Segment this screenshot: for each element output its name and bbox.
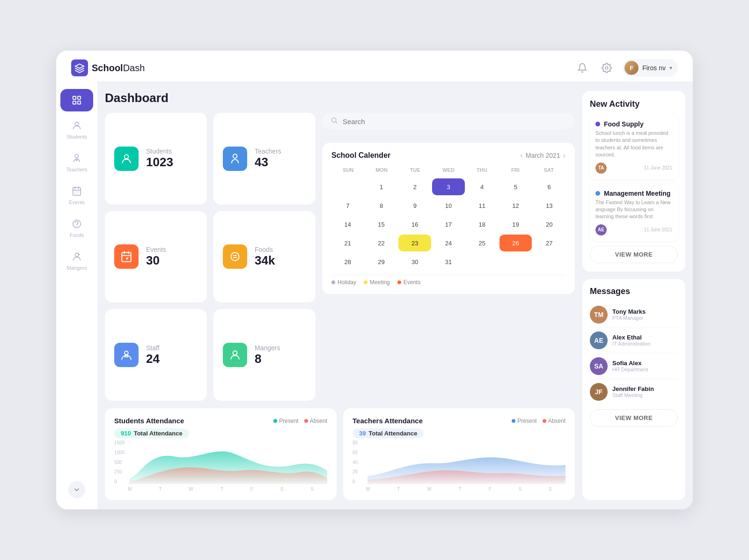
- main-layout: Students Teachers: [56, 81, 693, 509]
- calendar-cell[interactable]: 6: [533, 178, 565, 195]
- calendar-cell[interactable]: 22: [365, 235, 398, 251]
- calendar-cell[interactable]: 26: [499, 235, 532, 251]
- calendar-cell[interactable]: 5: [499, 178, 532, 195]
- notification-icon[interactable]: [574, 59, 591, 76]
- students-chart-header: Students Attendance Present Absent: [114, 417, 327, 425]
- message-item-tony[interactable]: TM Tony Marks PTA Manager: [590, 302, 678, 328]
- activity-view-more-button[interactable]: VIEW MORE: [590, 246, 678, 263]
- chevron-down-icon: ▾: [669, 65, 672, 71]
- calendar-cell[interactable]: 25: [466, 235, 499, 251]
- students-total-badge-row: 910 Total Attendance: [114, 428, 327, 438]
- teachers-chart-area: 806040200: [352, 440, 565, 492]
- calendar-days-header: SUN MON TUE WED THU FRI SAT: [331, 165, 565, 175]
- svg-point-13: [231, 253, 239, 261]
- stat-info-foods: Foods 34k: [255, 246, 275, 268]
- stat-card-staff: Staff 24: [105, 309, 207, 401]
- calendar-cell[interactable]: 14: [331, 216, 364, 233]
- user-badge[interactable]: F Firos nv ▾: [623, 59, 678, 77]
- sidebar-item-dashboard[interactable]: [60, 89, 93, 111]
- stat-info-teachers: Teachers 43: [255, 147, 281, 169]
- message-item-alex[interactable]: AE Alex Ethal IT Administration: [590, 328, 678, 354]
- settings-icon[interactable]: [598, 59, 615, 76]
- calendar-cell[interactable]: 3: [432, 178, 465, 195]
- calendar-cell[interactable]: 31: [432, 253, 465, 270]
- stat-info-students: Students 1023: [146, 147, 173, 169]
- teachers-icon: [70, 152, 83, 165]
- day-thu: THU: [465, 165, 499, 175]
- calendar-cell[interactable]: 28: [331, 253, 364, 270]
- svg-rect-3: [73, 101, 76, 104]
- sidebar-label-students: Students: [66, 134, 87, 140]
- calendar-cell[interactable]: 29: [365, 253, 398, 270]
- calendar-cell[interactable]: 15: [365, 216, 398, 233]
- sidebar-item-events[interactable]: Events: [60, 180, 93, 210]
- messages-view-more-button[interactable]: VIEW MORE: [590, 409, 678, 427]
- calendar-cell[interactable]: 24: [432, 235, 465, 251]
- messages-title: Messages: [590, 287, 678, 296]
- sidebar: Students Teachers: [56, 81, 97, 509]
- sidebar-label-events: Events: [69, 199, 85, 205]
- calendar-cell[interactable]: 20: [533, 216, 565, 233]
- stat-card-teachers: Teachers 43: [213, 113, 316, 205]
- calendar-cell[interactable]: 8: [365, 197, 398, 214]
- activity-date-2: 11 June 2021: [644, 227, 672, 232]
- calendar-cell[interactable]: 17: [432, 216, 465, 233]
- sidebar-item-foods[interactable]: Foods: [60, 213, 93, 243]
- sidebar-item-students[interactable]: Students: [60, 114, 93, 144]
- students-x-labels: MTWTFSS: [114, 486, 327, 492]
- staff-stat-icon: [114, 343, 139, 367]
- calendar-cell[interactable]: 23: [398, 235, 431, 251]
- students-y-labels: 150010005002500: [114, 440, 128, 484]
- teachers-x-labels: MTWTFSS: [352, 486, 565, 492]
- activity-footer-1: TA 11 June 2021: [595, 162, 672, 174]
- search-input[interactable]: [343, 118, 566, 125]
- activity-section: New Activity Food Supply School lunch is…: [582, 91, 685, 272]
- calendar-cell[interactable]: 16: [398, 216, 431, 233]
- svg-point-9: [75, 253, 78, 257]
- calendar-cell[interactable]: 1: [365, 178, 398, 195]
- header: SchoolDash F Firos nv ▾: [56, 51, 693, 81]
- absent-legend: Absent: [304, 418, 327, 424]
- students-chart-svg: [129, 440, 327, 484]
- calendar-cell[interactable]: 10: [432, 197, 465, 214]
- activity-dot-2: [595, 191, 600, 196]
- t-present-legend: Present: [512, 418, 536, 424]
- svg-point-6: [75, 155, 78, 158]
- activity-name-2: Management Meeting: [604, 190, 670, 197]
- calendar-cell[interactable]: 19: [499, 216, 532, 233]
- calendar-cell[interactable]: 9: [398, 197, 431, 214]
- teachers-attendance-card: Teachers Attendance Present Absent 39 To…: [343, 408, 575, 500]
- right-sidebar: New Activity Food Supply School lunch is…: [582, 91, 685, 500]
- teachers-chart-legend: Present Absent: [512, 418, 565, 424]
- calendar-cell[interactable]: 2: [398, 178, 431, 195]
- activity-item-mgmt-meeting: Management Meeting The Fastest Way to Le…: [590, 184, 678, 241]
- activity-dot-1: [595, 122, 600, 126]
- search-bar[interactable]: [322, 113, 575, 130]
- calendar-cell[interactable]: 7: [331, 197, 364, 214]
- calendar-cell[interactable]: 11: [466, 197, 499, 214]
- calendar-cell[interactable]: 21: [331, 235, 364, 251]
- svg-point-14: [125, 351, 128, 355]
- calendar-cell[interactable]: 12: [499, 197, 532, 214]
- foods-icon: [70, 217, 83, 230]
- calendar-cell[interactable]: 27: [533, 235, 565, 251]
- calendar-card: School Calender ‹ March 2021 › SUN: [322, 143, 575, 294]
- sidebar-item-mangers[interactable]: Mangers: [60, 245, 93, 275]
- calendar-cell[interactable]: 4: [466, 178, 499, 195]
- legend-holiday: Holiday: [331, 279, 356, 286]
- svg-rect-2: [78, 96, 81, 99]
- sidebar-item-teachers[interactable]: Teachers: [60, 147, 93, 177]
- message-item-sofia[interactable]: SA Sofia Alex HR Department: [590, 354, 678, 379]
- foods-stat-icon: [223, 244, 247, 269]
- mangers-stat-icon: [223, 343, 247, 367]
- calendar-cell[interactable]: 18: [466, 216, 499, 233]
- calendar-cell[interactable]: 30: [398, 253, 431, 270]
- calendar-cell[interactable]: 13: [533, 197, 565, 214]
- sidebar-down-button[interactable]: [68, 481, 85, 498]
- activity-avatar-2: AE: [595, 224, 607, 236]
- svg-rect-7: [73, 188, 81, 196]
- calendar-prev-button[interactable]: ‹: [520, 151, 522, 160]
- message-item-jennifer[interactable]: JF Jennifer Fabin Staff Meeting: [590, 379, 678, 405]
- calendar-week-row: 123456: [331, 178, 565, 195]
- calendar-next-button[interactable]: ›: [563, 151, 565, 160]
